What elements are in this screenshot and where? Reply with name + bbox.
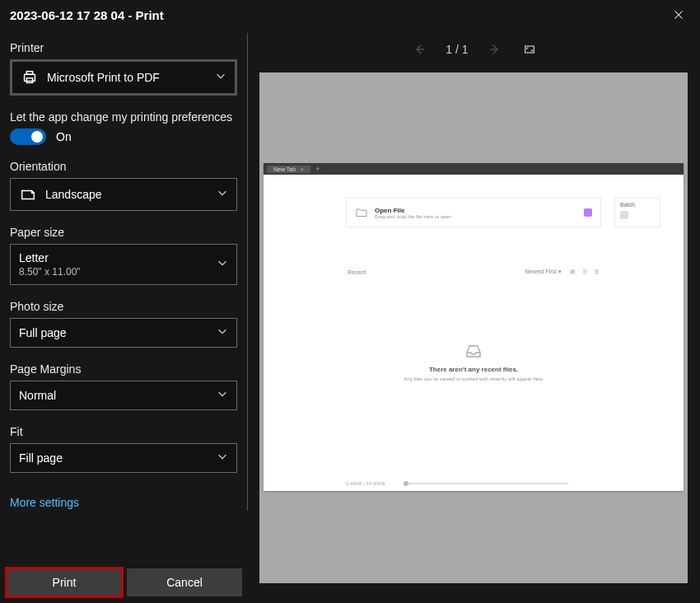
batch-icon (620, 211, 628, 219)
cancel-button[interactable]: Cancel (127, 568, 242, 596)
empty-sub: Any files you've viewed or worked with r… (346, 376, 601, 381)
preview-canvas: New Tab× + Open File Drag and drop the f… (259, 72, 688, 583)
svg-rect-1 (26, 72, 32, 75)
next-page-icon[interactable] (485, 40, 505, 59)
margins-label: Page Margins (10, 362, 237, 376)
paper-size-label: Paper size (10, 226, 237, 239)
photo-value: Full page (19, 326, 67, 339)
paper-value: Letter (19, 251, 81, 264)
landscape-icon (19, 185, 37, 203)
svg-rect-2 (26, 78, 32, 83)
app-pref-label: Let the app change my printing preferenc… (10, 110, 237, 124)
chevron-down-icon (217, 187, 228, 202)
fit-dropdown[interactable]: Fill page (10, 443, 237, 473)
chevron-down-icon (217, 325, 228, 340)
list-view-icon: ☰ (582, 269, 587, 275)
fit-label: Fit (10, 425, 237, 438)
recent-sort: Newest First ▾ (525, 269, 562, 275)
photo-size-dropdown[interactable]: Full page (10, 318, 237, 348)
orientation-value: Landscape (45, 188, 102, 201)
chevron-down-icon (217, 451, 228, 465)
close-icon[interactable] (670, 7, 687, 23)
paper-size-dropdown[interactable]: Letter 8.50" x 11.00" (10, 244, 237, 285)
paper-sub: 8.50" x 11.00" (19, 266, 81, 278)
grid-view-icon: ▦ (570, 269, 576, 275)
margins-value: Normal (19, 389, 56, 402)
more-settings-link[interactable]: More settings (10, 496, 79, 509)
print-button[interactable]: Print (7, 568, 122, 596)
chevron-down-icon (217, 388, 228, 403)
empty-title: There aren't any recent files. (346, 366, 601, 373)
prev-page-icon[interactable] (409, 40, 429, 59)
open-file-card: Open File Drag and drop the file here to… (346, 198, 601, 227)
chevron-down-icon (217, 257, 228, 272)
margins-dropdown[interactable]: Normal (10, 381, 237, 410)
inbox-icon (464, 341, 483, 358)
recent-label: Recent (348, 269, 366, 275)
trash-icon: 🗑 (594, 269, 600, 275)
window-title: 2023-06-12 17 28 04 - Print (10, 8, 164, 22)
printer-icon (21, 68, 39, 86)
printer-value: Microsoft Print to PDF (47, 71, 160, 84)
open-action-icon (584, 208, 592, 217)
toggle-state: On (56, 130, 72, 143)
fit-value: Fill page (19, 451, 63, 465)
folder-icon (355, 206, 368, 219)
page-indicator: 1 / 1 (446, 43, 468, 56)
app-pref-toggle[interactable] (10, 129, 46, 145)
doc-footer-text: 1.44KB | 10.00KB (346, 481, 385, 486)
plus-icon: + (315, 165, 320, 173)
document-preview: New Tab× + Open File Drag and drop the f… (264, 163, 684, 491)
printer-dropdown[interactable]: Microsoft Print to PDF (10, 59, 237, 96)
doc-tab: New Tab× (267, 166, 310, 173)
fullscreen-icon[interactable] (521, 41, 538, 58)
chevron-down-icon (215, 70, 226, 85)
printer-label: Printer (10, 41, 237, 54)
doc-slider (404, 483, 568, 485)
photo-size-label: Photo size (10, 300, 237, 313)
sidebar-divider (247, 33, 248, 511)
orientation-label: Orientation (10, 160, 237, 173)
orientation-dropdown[interactable]: Landscape (10, 178, 237, 211)
batch-card: Batch (614, 198, 660, 227)
